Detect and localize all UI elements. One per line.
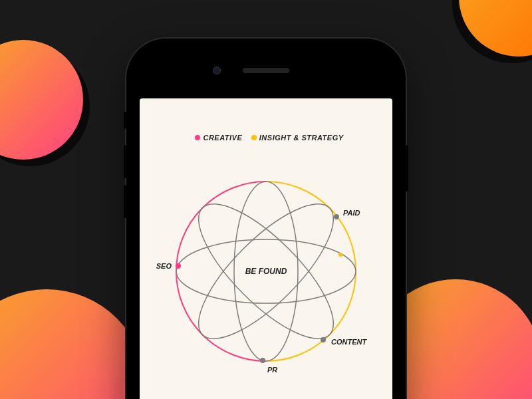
node-label-content: CONTENT xyxy=(331,338,367,346)
node-dot-seo xyxy=(176,263,181,269)
diagram: CREATIVE INSIGHT & STRATEGY xyxy=(140,98,392,399)
phone-speaker xyxy=(243,68,289,73)
phone-mute-switch xyxy=(124,112,126,129)
node-dot-paid xyxy=(334,214,339,219)
bg-circle xyxy=(459,0,532,57)
phone-volume-up xyxy=(124,145,126,178)
node-dot-content xyxy=(321,337,326,342)
node-dot-pr xyxy=(260,358,265,363)
phone-frame: CREATIVE INSIGHT & STRATEGY xyxy=(126,39,406,399)
node-label-pr: PR xyxy=(267,366,277,374)
atom-diagram: BE FOUND SEO PAID CONTENT PR xyxy=(146,152,386,391)
phone-power-button xyxy=(406,145,408,192)
node-label-paid: PAID xyxy=(343,209,360,217)
center-label: BE FOUND xyxy=(245,267,287,276)
bg-circle xyxy=(0,289,146,399)
legend-label-creative: CREATIVE xyxy=(203,134,242,142)
legend-dot-insight xyxy=(251,135,257,140)
phone-screen: CREATIVE INSIGHT & STRATEGY xyxy=(140,98,392,399)
legend: CREATIVE INSIGHT & STRATEGY xyxy=(140,133,392,142)
legend-label-insight: INSIGHT & STRATEGY xyxy=(259,134,344,142)
node-dot-accent xyxy=(338,253,342,257)
phone-camera xyxy=(213,66,221,74)
phone-volume-down xyxy=(124,185,126,218)
node-label-seo: SEO xyxy=(156,262,172,270)
legend-dot-creative xyxy=(195,135,200,140)
